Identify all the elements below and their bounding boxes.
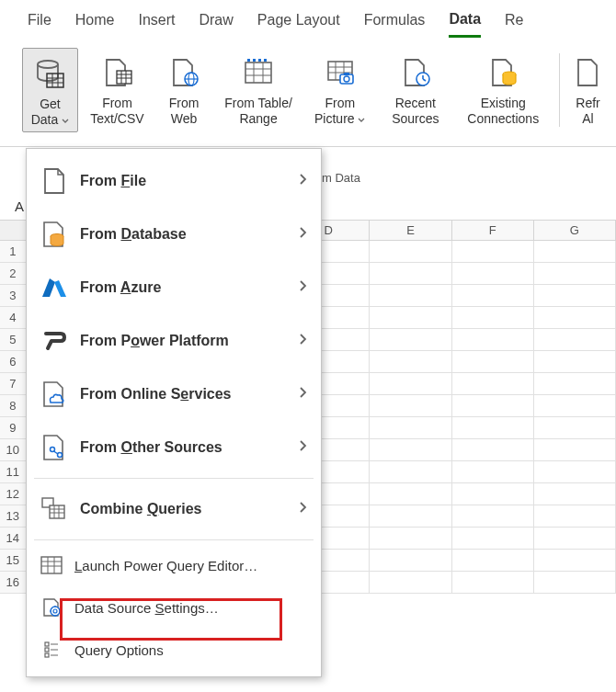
cell[interactable] [534, 373, 616, 394]
get-data-button[interactable]: Get Data [22, 48, 78, 132]
row-header-8[interactable]: 8 [0, 395, 27, 416]
column-header-e[interactable]: E [370, 221, 451, 240]
tab-formulas[interactable]: Formulas [364, 12, 426, 36]
cell[interactable] [452, 241, 534, 262]
from-table-range-button[interactable]: From Table/ Range [215, 48, 302, 130]
menu-from-power-platform-label: From Power Platform [80, 333, 229, 349]
cell[interactable] [534, 550, 616, 571]
row-header-16[interactable]: 16 [0, 572, 27, 593]
cell[interactable] [370, 528, 451, 549]
menu-launch-pqe[interactable]: Launch Power Query Editor… [27, 544, 321, 586]
cell[interactable] [452, 373, 534, 394]
cell[interactable] [370, 417, 451, 438]
row-header-4[interactable]: 4 [0, 307, 27, 328]
tab-insert[interactable]: Insert [138, 12, 175, 36]
row-header-6[interactable]: 6 [0, 351, 27, 372]
cell[interactable] [452, 351, 534, 372]
row-header-10[interactable]: 10 [0, 439, 27, 460]
name-box[interactable]: A [0, 199, 28, 214]
cell[interactable] [534, 241, 616, 262]
menu-query-options[interactable]: Query Options [27, 629, 321, 671]
cell[interactable] [452, 395, 534, 416]
azure-icon [38, 274, 71, 301]
cell[interactable] [452, 483, 534, 505]
cell[interactable] [534, 395, 616, 416]
from-text-csv-button[interactable]: From Text/CSV [82, 48, 153, 130]
row-header-12[interactable]: 12 [0, 483, 27, 505]
tab-review[interactable]: Re [505, 12, 523, 36]
cell[interactable] [452, 572, 534, 593]
cell[interactable] [370, 373, 451, 394]
refresh-all-button[interactable]: Refr Al [569, 48, 607, 130]
cell[interactable] [452, 461, 534, 482]
cell[interactable] [452, 439, 534, 460]
existing-connections-button[interactable]: Existing Connections [456, 48, 550, 130]
cell[interactable] [534, 417, 616, 438]
row-header-1[interactable]: 1 [0, 241, 27, 262]
cell[interactable] [452, 550, 534, 571]
cell[interactable] [370, 395, 451, 416]
cell[interactable] [534, 329, 616, 350]
cell[interactable] [534, 285, 616, 306]
cell[interactable] [534, 483, 616, 505]
cell[interactable] [452, 329, 534, 350]
column-header-f[interactable]: F [452, 221, 534, 240]
menu-from-azure[interactable]: From Azure [27, 261, 321, 314]
cell[interactable] [370, 285, 451, 306]
menu-from-file[interactable]: From File [27, 154, 321, 208]
row-header-3[interactable]: 3 [0, 285, 27, 306]
cell[interactable] [370, 351, 451, 372]
online-services-icon [38, 380, 71, 408]
menu-from-other-sources[interactable]: From Other Sources [27, 421, 321, 474]
menu-data-source-settings[interactable]: Data Source Settings… [27, 586, 321, 629]
cell[interactable] [370, 307, 451, 328]
cell[interactable] [452, 263, 534, 284]
cell[interactable] [452, 285, 534, 306]
cell[interactable] [452, 505, 534, 527]
cell[interactable] [370, 505, 451, 527]
cell[interactable] [370, 241, 451, 262]
cell[interactable] [534, 351, 616, 372]
recent-sources-button[interactable]: Recent Sources [378, 48, 452, 130]
cell[interactable] [534, 439, 616, 460]
row-header-9[interactable]: 9 [0, 417, 27, 438]
row-header-14[interactable]: 14 [0, 528, 27, 549]
cell[interactable] [370, 439, 451, 460]
menu-from-database[interactable]: From Database [27, 208, 321, 261]
row-header-13[interactable]: 13 [0, 505, 27, 527]
row-header-15[interactable]: 15 [0, 550, 27, 571]
row-header-5[interactable]: 5 [0, 329, 27, 350]
tab-bar: File Home Insert Draw Page Layout Formul… [0, 0, 616, 40]
cell[interactable] [452, 417, 534, 438]
tab-page-layout[interactable]: Page Layout [257, 12, 340, 36]
cell[interactable] [534, 461, 616, 482]
row-header-2[interactable]: 2 [0, 263, 27, 284]
tab-home[interactable]: Home [75, 12, 115, 36]
tab-draw[interactable]: Draw [199, 12, 233, 36]
select-all-cell[interactable] [0, 221, 27, 240]
tab-data[interactable]: Data [449, 11, 481, 38]
cell[interactable] [452, 307, 534, 328]
cell[interactable] [370, 263, 451, 284]
menu-combine-queries[interactable]: Combine Queries [27, 482, 321, 536]
cell[interactable] [534, 505, 616, 527]
cell[interactable] [370, 550, 451, 571]
cell[interactable] [534, 307, 616, 328]
cell[interactable] [534, 572, 616, 593]
menu-from-power-platform[interactable]: From Power Platform [27, 314, 321, 368]
row-header-7[interactable]: 7 [0, 373, 27, 394]
column-header-g[interactable]: G [534, 221, 616, 240]
cell[interactable] [534, 263, 616, 284]
cell[interactable] [370, 461, 451, 482]
cell[interactable] [534, 528, 616, 549]
cell[interactable] [452, 528, 534, 549]
row-header-11[interactable]: 11 [0, 461, 27, 482]
menu-from-online-services[interactable]: From Online Services [27, 368, 321, 421]
from-picture-button[interactable]: From Picture [305, 48, 374, 130]
cell[interactable] [370, 483, 451, 505]
cell[interactable] [370, 572, 451, 593]
from-text-csv-label: From Text/CSV [87, 96, 147, 127]
tab-file[interactable]: File [28, 12, 51, 36]
from-web-button[interactable]: From Web [156, 48, 211, 130]
cell[interactable] [370, 329, 451, 350]
